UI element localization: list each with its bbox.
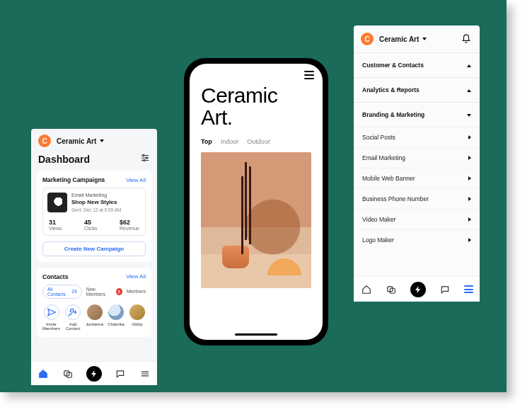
contact-jordanna[interactable]: Jordanna [86, 304, 103, 327]
invite-members-label: Invite Members [42, 322, 60, 331]
section-label: Analytics & Reports [362, 86, 420, 93]
campaign-sent: Sent: Dec 12 at 9:55 AM [71, 207, 121, 213]
campaign-item[interactable]: Email Marketing Shop New Styles Sent: De… [42, 188, 146, 236]
section-label: Customer & Contacts [362, 62, 424, 69]
dashboard-title-row: Dashboard [31, 150, 157, 171]
stat-clicks-label: Clicks [84, 226, 98, 231]
bottom-nav [31, 361, 157, 385]
section-customer-contacts[interactable]: Customer & Contacts [354, 52, 480, 77]
tab-top[interactable]: Top [201, 138, 212, 145]
nav-chat-icon[interactable] [439, 284, 451, 295]
contacts-heading: Contacts [42, 273, 68, 280]
menu-business-phone[interactable]: Business Phone Number [354, 188, 480, 209]
contacts-view-all[interactable]: View All [126, 273, 146, 280]
site-logo: C [38, 135, 51, 147]
tab-indoor[interactable]: Indoor [221, 138, 239, 145]
nav-menu-icon[interactable] [139, 368, 151, 379]
svg-point-2 [144, 159, 145, 161]
stat-clicks: 45 Clicks [84, 219, 98, 231]
add-contact-button[interactable]: Add Contact [64, 304, 81, 331]
send-icon [44, 304, 59, 320]
bottom-nav [354, 276, 480, 302]
add-contact-label: Add Contact [66, 322, 81, 331]
settings-icon[interactable] [140, 153, 150, 165]
menu-panel: C Ceramic Art Customer & Contacts Analyt… [354, 25, 480, 302]
menu-mobile-web-banner[interactable]: Mobile Web Banner [354, 168, 480, 188]
chevron-down-icon [466, 111, 471, 118]
site-menu-icon[interactable] [304, 71, 314, 79]
menu-social-posts[interactable]: Social Posts [354, 127, 480, 147]
nav-home-icon[interactable] [37, 368, 49, 379]
stat-views: 31 Views [49, 219, 62, 231]
product-image[interactable] [201, 152, 311, 288]
chevron-right-icon [468, 216, 471, 223]
stat-views-value: 31 [49, 219, 62, 226]
site-category-tabs: Top Indoor Outdoor [190, 138, 323, 152]
contact-name: Chakrika [108, 322, 125, 327]
plant-decoration [245, 162, 247, 240]
nav-home-icon[interactable] [361, 284, 372, 295]
nav-quick-action-icon[interactable] [410, 282, 426, 297]
notifications-icon[interactable] [461, 34, 471, 44]
home-indicator [235, 333, 277, 336]
contact-name: Jordanna [86, 322, 103, 327]
pill-all-contacts[interactable]: All Contacts 24 [42, 285, 82, 299]
stat-revenue-label: Revenue [120, 226, 139, 231]
contact-name: Gibby [132, 322, 143, 327]
stat-revenue-value: $62 [120, 219, 139, 226]
chevron-right-icon [468, 175, 471, 182]
pill-new-count: 2 [116, 288, 122, 295]
website-preview-phone: Ceramic Art. Top Indoor Outdoor [184, 58, 328, 345]
site-title: Ceramic Art. [190, 79, 323, 138]
page-title: Dashboard [38, 154, 90, 165]
pill-members[interactable]: Members [127, 289, 146, 294]
dashboard-header: C Ceramic Art [31, 129, 157, 150]
menu-logo-maker[interactable]: Logo Maker [354, 229, 480, 250]
stat-views-label: Views [49, 226, 62, 231]
menu-label: Email Marketing [362, 154, 405, 161]
menu-label: Mobile Web Banner [362, 175, 415, 182]
section-analytics-reports[interactable]: Analytics & Reports [354, 77, 480, 102]
nav-site-icon[interactable] [62, 368, 74, 379]
chevron-up-icon [466, 86, 471, 93]
nav-chat-icon[interactable] [115, 368, 126, 379]
invite-members-button[interactable]: Invite Members [42, 304, 60, 331]
campaigns-view-all[interactable]: View All [126, 177, 146, 183]
pill-new-label: New Members [86, 287, 114, 297]
contact-chakrika[interactable]: Chakrika [108, 304, 125, 327]
canvas: C Ceramic Art Dashboard Marketing Campai… [0, 0, 507, 392]
menu-label: Video Maker [362, 216, 396, 223]
chevron-up-icon [466, 62, 471, 69]
site-switcher[interactable]: Ceramic Art [379, 35, 427, 43]
create-campaign-button[interactable]: Create New Campaign [42, 241, 146, 256]
nav-menu-icon[interactable] [464, 285, 473, 293]
avatar [87, 304, 103, 320]
campaign-name: Shop New Styles [71, 199, 121, 206]
pill-all-label: All Contacts [47, 287, 70, 297]
add-contact-icon [65, 304, 81, 320]
stat-clicks-value: 45 [84, 219, 98, 226]
menu-label: Logo Maker [362, 236, 394, 244]
dashboard-panel: C Ceramic Art Dashboard Marketing Campai… [31, 129, 157, 385]
menu-label: Social Posts [362, 134, 395, 141]
pill-new-members[interactable]: New Members 2 [86, 287, 122, 297]
avatar [108, 304, 124, 320]
menu-video-maker[interactable]: Video Maker [354, 209, 480, 229]
pill-all-count: 24 [72, 289, 77, 294]
chevron-right-icon [468, 195, 471, 202]
section-label: Branding & Marketing [362, 111, 424, 118]
menu-label: Business Phone Number [362, 195, 429, 202]
section-branding-marketing[interactable]: Branding & Marketing [354, 102, 480, 127]
contact-gibby[interactable]: Gibby [129, 304, 146, 327]
menu-email-marketing[interactable]: Email Marketing [354, 147, 480, 168]
website-preview: Ceramic Art. Top Indoor Outdoor [190, 64, 323, 340]
tab-outdoor[interactable]: Outdoor [247, 138, 270, 145]
nav-site-icon[interactable] [386, 284, 397, 295]
menu-header: C Ceramic Art [354, 25, 480, 52]
contacts-card: Contacts View All All Contacts 24 New Me… [37, 268, 151, 337]
chevron-right-icon [468, 154, 471, 161]
pill-members-label: Members [127, 289, 146, 294]
site-switcher[interactable]: Ceramic Art [57, 137, 104, 145]
avatar [129, 304, 145, 320]
nav-quick-action-icon[interactable] [86, 366, 102, 382]
